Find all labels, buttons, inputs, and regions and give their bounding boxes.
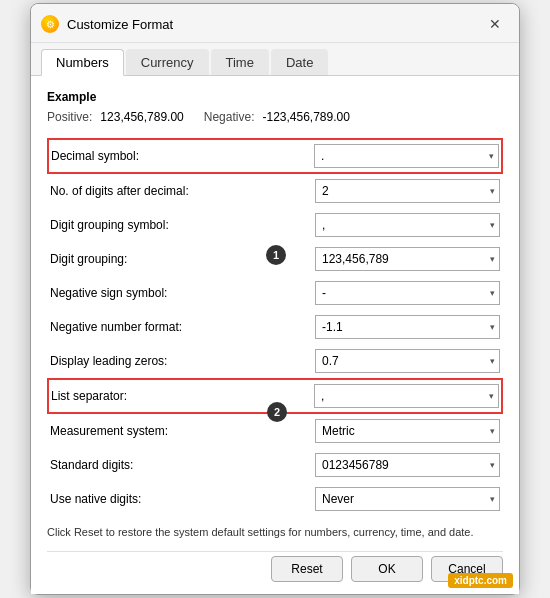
dropdown-decimal-symbol-arrow: ▾ bbox=[489, 151, 494, 161]
dropdown-negative-sign-value: - bbox=[322, 286, 326, 300]
dropdown-negative-format[interactable]: -1.1 ▾ bbox=[315, 315, 500, 339]
dropdown-negative-sign[interactable]: - ▾ bbox=[315, 281, 500, 305]
setting-row-digits-after-decimal: No. of digits after decimal: 2 ▾ bbox=[47, 174, 503, 208]
watermark: xidptc.com bbox=[448, 573, 513, 588]
control-digits-after-decimal[interactable]: 2 ▾ bbox=[315, 179, 500, 203]
tab-date[interactable]: Date bbox=[271, 49, 328, 75]
label-native-digits: Use native digits: bbox=[50, 492, 315, 506]
settings-grid: Decimal symbol: . ▾ No. of digits after … bbox=[47, 138, 503, 516]
setting-row-leading-zeros: Display leading zeros: 0.7 ▾ bbox=[47, 344, 503, 378]
negative-label: Negative: bbox=[204, 110, 255, 124]
label-digits-after-decimal: No. of digits after decimal: bbox=[50, 184, 315, 198]
setting-row-negative-sign: Negative sign symbol: - ▾ bbox=[47, 276, 503, 310]
example-section: Example Positive: 123,456,789.00 Negativ… bbox=[47, 90, 503, 124]
dropdown-leading-zeros-value: 0.7 bbox=[322, 354, 339, 368]
footer-description: Click Reset to restore the system defaul… bbox=[47, 516, 503, 551]
control-negative-format[interactable]: -1.1 ▾ bbox=[315, 315, 500, 339]
label-standard-digits: Standard digits: bbox=[50, 458, 315, 472]
dropdown-digit-grouping[interactable]: 123,456,789 ▾ bbox=[315, 247, 500, 271]
tab-bar: Numbers Currency Time Date bbox=[31, 43, 519, 76]
dropdown-digit-grouping-symbol-arrow: ▾ bbox=[490, 220, 495, 230]
tab-numbers[interactable]: Numbers bbox=[41, 49, 124, 76]
setting-row-digit-grouping: Digit grouping: 123,456,789 ▾ 1 bbox=[47, 242, 503, 276]
dropdown-digits-after-decimal-value: 2 bbox=[322, 184, 329, 198]
ok-button[interactable]: OK bbox=[351, 556, 423, 582]
label-digit-grouping-symbol: Digit grouping symbol: bbox=[50, 218, 315, 232]
label-list-separator: List separator: bbox=[51, 389, 314, 403]
example-label: Example bbox=[47, 90, 503, 104]
dropdown-list-separator-value: , bbox=[321, 389, 324, 403]
dropdown-native-digits[interactable]: Never ▾ bbox=[315, 487, 500, 511]
control-digit-grouping[interactable]: 123,456,789 ▾ bbox=[315, 247, 500, 271]
control-negative-sign[interactable]: - ▾ bbox=[315, 281, 500, 305]
negative-value: -123,456,789.00 bbox=[262, 110, 349, 124]
setting-row-list-separator: List separator: , ▾ 2 bbox=[47, 378, 503, 414]
dropdown-negative-format-value: -1.1 bbox=[322, 320, 343, 334]
dialog-title: Customize Format bbox=[67, 17, 483, 32]
footer-buttons: Reset OK Cancel bbox=[47, 551, 503, 582]
dropdown-digit-grouping-value: 123,456,789 bbox=[322, 252, 389, 266]
dropdown-digit-grouping-arrow: ▾ bbox=[490, 254, 495, 264]
setting-row-digit-grouping-symbol: Digit grouping symbol: , ▾ bbox=[47, 208, 503, 242]
setting-row-standard-digits: Standard digits: 0123456789 ▾ bbox=[47, 448, 503, 482]
positive-value: 123,456,789.00 bbox=[100, 110, 183, 124]
dropdown-decimal-symbol-value: . bbox=[321, 149, 324, 163]
label-digit-grouping: Digit grouping: bbox=[50, 252, 315, 266]
control-measurement[interactable]: Metric ▾ bbox=[315, 419, 500, 443]
title-bar: ⚙ Customize Format ✕ bbox=[31, 4, 519, 43]
label-negative-format: Negative number format: bbox=[50, 320, 315, 334]
example-row: Positive: 123,456,789.00 Negative: -123,… bbox=[47, 110, 503, 124]
control-decimal-symbol[interactable]: . ▾ bbox=[314, 144, 499, 168]
setting-row-decimal-symbol: Decimal symbol: . ▾ bbox=[47, 138, 503, 174]
dropdown-measurement[interactable]: Metric ▾ bbox=[315, 419, 500, 443]
label-decimal-symbol: Decimal symbol: bbox=[51, 149, 314, 163]
dropdown-list-separator-arrow: ▾ bbox=[489, 391, 494, 401]
tab-time[interactable]: Time bbox=[211, 49, 269, 75]
setting-row-native-digits: Use native digits: Never ▾ bbox=[47, 482, 503, 516]
dropdown-native-digits-value: Never bbox=[322, 492, 354, 506]
tab-currency[interactable]: Currency bbox=[126, 49, 209, 75]
dropdown-measurement-arrow: ▾ bbox=[490, 426, 495, 436]
dropdown-negative-sign-arrow: ▾ bbox=[490, 288, 495, 298]
control-digit-grouping-symbol[interactable]: , ▾ bbox=[315, 213, 500, 237]
dropdown-digit-grouping-symbol[interactable]: , ▾ bbox=[315, 213, 500, 237]
negative-example: Negative: -123,456,789.00 bbox=[204, 110, 350, 124]
dropdown-measurement-value: Metric bbox=[322, 424, 355, 438]
dropdown-decimal-symbol[interactable]: . ▾ bbox=[314, 144, 499, 168]
dialog-icon: ⚙ bbox=[41, 15, 59, 33]
dropdown-standard-digits[interactable]: 0123456789 ▾ bbox=[315, 453, 500, 477]
positive-example: Positive: 123,456,789.00 bbox=[47, 110, 184, 124]
dropdown-digits-after-decimal[interactable]: 2 ▾ bbox=[315, 179, 500, 203]
customize-format-dialog: ⚙ Customize Format ✕ Numbers Currency Ti… bbox=[30, 3, 520, 595]
positive-label: Positive: bbox=[47, 110, 92, 124]
label-negative-sign: Negative sign symbol: bbox=[50, 286, 315, 300]
dropdown-list-separator[interactable]: , ▾ bbox=[314, 384, 499, 408]
dropdown-leading-zeros-arrow: ▾ bbox=[490, 356, 495, 366]
dropdown-negative-format-arrow: ▾ bbox=[490, 322, 495, 332]
dialog-content: Example Positive: 123,456,789.00 Negativ… bbox=[31, 76, 519, 594]
control-native-digits[interactable]: Never ▾ bbox=[315, 487, 500, 511]
close-button[interactable]: ✕ bbox=[483, 12, 507, 36]
label-measurement: Measurement system: bbox=[50, 424, 315, 438]
control-list-separator[interactable]: , ▾ bbox=[314, 384, 499, 408]
dropdown-standard-digits-value: 0123456789 bbox=[322, 458, 389, 472]
dropdown-native-digits-arrow: ▾ bbox=[490, 494, 495, 504]
setting-row-measurement: Measurement system: Metric ▾ bbox=[47, 414, 503, 448]
label-leading-zeros: Display leading zeros: bbox=[50, 354, 315, 368]
control-standard-digits[interactable]: 0123456789 ▾ bbox=[315, 453, 500, 477]
control-leading-zeros[interactable]: 0.7 ▾ bbox=[315, 349, 500, 373]
dropdown-digits-after-decimal-arrow: ▾ bbox=[490, 186, 495, 196]
dropdown-leading-zeros[interactable]: 0.7 ▾ bbox=[315, 349, 500, 373]
dropdown-standard-digits-arrow: ▾ bbox=[490, 460, 495, 470]
setting-row-negative-format: Negative number format: -1.1 ▾ bbox=[47, 310, 503, 344]
dropdown-digit-grouping-symbol-value: , bbox=[322, 218, 325, 232]
reset-button[interactable]: Reset bbox=[271, 556, 343, 582]
